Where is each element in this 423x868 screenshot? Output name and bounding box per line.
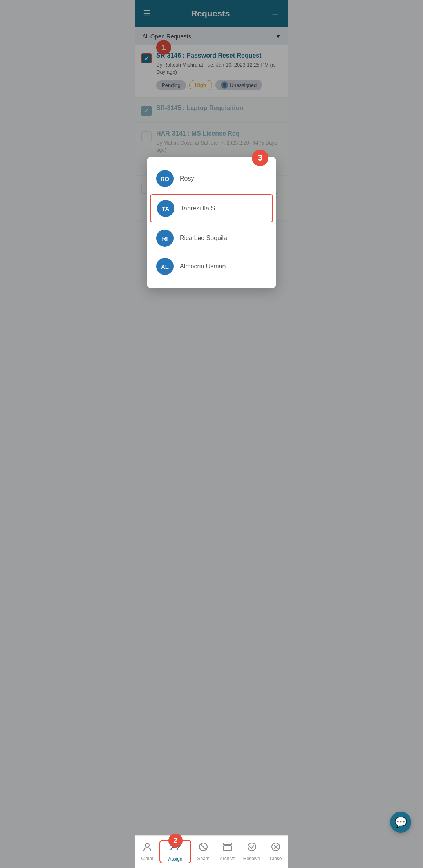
agent-name-rica: Rica Leo Soquila xyxy=(180,235,227,242)
modal-overlay[interactable] xyxy=(135,0,288,868)
agent-name-tabrezulla: Tabrezulla S xyxy=(181,205,215,212)
nav-item-assign[interactable]: 2 Assign xyxy=(159,840,192,863)
svg-point-0 xyxy=(145,843,149,847)
avatar-almocrin: AL xyxy=(156,258,174,275)
agent-name-almocrin: Almocrin Usman xyxy=(180,263,226,270)
archive-label: Archive xyxy=(220,856,235,861)
svg-rect-4 xyxy=(224,843,231,845)
claim-icon xyxy=(142,842,152,854)
avatar-rosy: RO xyxy=(156,170,174,187)
agent-item-rica[interactable]: RI Rica Leo Soquila xyxy=(147,224,276,252)
avatar-rica: RI xyxy=(156,230,174,247)
spam-label: Spam xyxy=(197,856,210,861)
nav-item-resolve[interactable]: Resolve xyxy=(240,842,264,861)
nav-item-claim[interactable]: Claim xyxy=(135,842,159,861)
agent-item-almocrin[interactable]: AL Almocrin Usman xyxy=(147,252,276,280)
claim-label: Claim xyxy=(141,856,154,861)
agent-name-rosy: Rosy xyxy=(180,175,194,182)
avatar-tabrezulla: TA xyxy=(157,200,174,217)
step-3-badge: 3 xyxy=(252,150,268,166)
close-icon xyxy=(271,842,281,854)
archive-icon xyxy=(222,842,233,854)
svg-point-6 xyxy=(248,843,256,851)
step-2-badge: 2 xyxy=(168,834,183,848)
assign-modal: 3 RO Rosy TA Tabrezulla S RI Rica Leo So… xyxy=(147,157,276,288)
svg-line-3 xyxy=(201,844,206,850)
close-label: Close xyxy=(270,856,282,861)
spam-icon xyxy=(198,842,208,854)
assign-label: Assign xyxy=(168,856,182,862)
bottom-nav: Claim 2 Assign Spam xyxy=(135,835,288,868)
nav-item-spam[interactable]: Spam xyxy=(191,842,215,861)
resolve-icon xyxy=(247,842,257,854)
agent-item-rosy[interactable]: RO Rosy xyxy=(147,165,276,193)
resolve-label: Resolve xyxy=(243,856,260,861)
nav-item-close[interactable]: Close xyxy=(264,842,288,861)
page-wrapper: ☰ Requests ＋ All Open Requests ▼ 1 SR-31… xyxy=(135,0,288,868)
agent-item-tabrezulla[interactable]: TA Tabrezulla S xyxy=(150,194,273,222)
nav-item-archive[interactable]: Archive xyxy=(215,842,240,861)
